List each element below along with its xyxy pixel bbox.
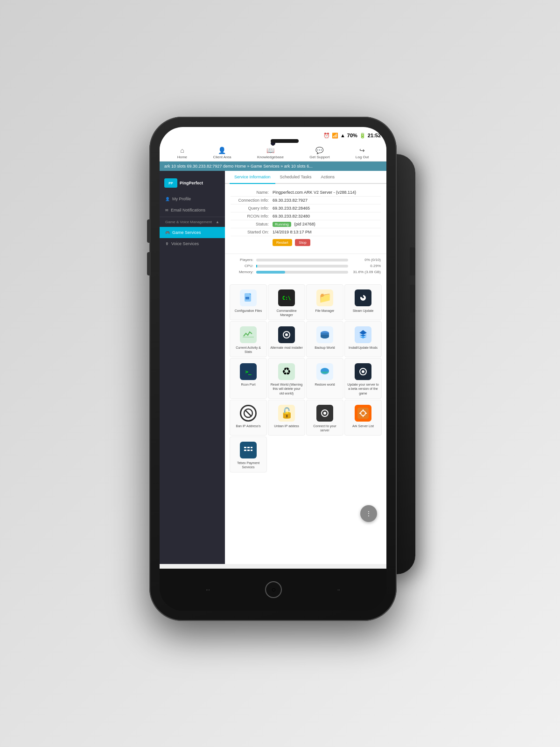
tool-reset-world[interactable]: ♻ Reset World (Warning this will delete … — [268, 358, 305, 398]
tool-rcon-port[interactable]: >_ Rcon Port — [230, 358, 267, 398]
svg-rect-28 — [251, 447, 252, 448]
nav-item-home[interactable]: ⌂ Home — [177, 147, 187, 159]
svg-rect-26 — [244, 447, 246, 448]
svg-rect-29 — [244, 450, 246, 451]
left-button-vol-down[interactable] — [147, 252, 151, 275]
svg-rect-19 — [357, 408, 369, 419]
svg-rect-27 — [247, 447, 250, 448]
tool-steam-update[interactable]: Steam Update — [344, 284, 382, 320]
bottom-dots-right: ·· — [337, 587, 340, 592]
tool-tebex[interactable]: Tebex Payment Services — [230, 437, 267, 472]
home-icon: ⌂ — [180, 147, 184, 154]
sidebar: PP PingPerfect 👤 My Profile ✉ Email Noti… — [160, 171, 225, 564]
reset-world-label: Reset World (Warning this will delete yo… — [270, 382, 303, 395]
steam-update-icon — [355, 289, 371, 306]
sidebar-item-email-notifications[interactable]: ✉ Email Notifications — [160, 204, 225, 216]
steam-update-label: Steam Update — [353, 309, 374, 313]
info-label-connection: Connection Info: — [231, 198, 273, 203]
pid-text: (pid 24768) — [294, 222, 315, 226]
nav-item-knowledgebase[interactable]: 📖 Knowledgebase — [257, 147, 284, 159]
stop-button[interactable]: Stop — [295, 239, 310, 246]
home-button[interactable]: ○ — [265, 581, 282, 598]
file-manager-label: File Manager — [315, 309, 335, 313]
rcon-port-icon: >_ — [240, 363, 257, 380]
get-support-icon: 💬 — [315, 147, 323, 154]
sidebar-item-my-profile[interactable]: 👤 My Profile — [160, 193, 225, 204]
sidebar-game-services-label: Game Services — [172, 230, 201, 235]
svg-rect-31 — [251, 450, 252, 451]
tool-alternate-mod[interactable]: Alternate mod installer — [268, 321, 305, 357]
side-button-2[interactable] — [410, 285, 415, 313]
nav-item-client-area[interactable]: 👤 Client Area — [213, 147, 231, 159]
stat-value-cpu: 0.29% — [348, 264, 381, 268]
tool-ban-ip[interactable]: Ban IP Address's — [230, 400, 267, 436]
update-beta-label: Update your server to a beta version of … — [347, 382, 379, 395]
svg-line-15 — [245, 410, 252, 416]
info-row-started: Started On: 1/4/2019 8:13:17 PM — [231, 228, 381, 236]
svg-point-3 — [358, 293, 368, 303]
current-activity-label: Current Activity & Stats — [232, 345, 265, 354]
fab-button[interactable]: ⋮ — [360, 505, 377, 522]
sidebar-section-game-voice: Game & Voice Management ▲ — [160, 217, 225, 227]
info-row-status: Status: Running (pid 24768) — [231, 220, 381, 228]
info-row-connection: Connection Info: 69.30.233.82:7927 — [231, 197, 381, 204]
home-circle-icon: ○ — [272, 585, 276, 594]
restore-world-label: Restore world — [315, 382, 335, 387]
tebex-label: Tebex Payment Services — [232, 461, 265, 469]
bottom-bar: ··· ○ ·· — [160, 569, 386, 611]
info-row-query: Query Info: 69.30.233.82:28465 — [231, 204, 381, 212]
info-value-connection: 69.30.233.82:7927 — [273, 198, 381, 203]
current-activity-icon — [240, 326, 257, 343]
breadcrumb: ark 10 slots 69.30.233.82:7927 demo Home… — [160, 162, 386, 171]
knowledgebase-icon: 📖 — [266, 147, 274, 154]
nav-client-label: Client Area — [213, 155, 231, 159]
backup-world-icon — [316, 326, 333, 343]
info-row-rcon: RCON Info: 69.30.233.82:32480 — [231, 212, 381, 220]
sidebar-item-voice-services[interactable]: 🎙 Voice Services — [160, 238, 225, 249]
svg-rect-2 — [245, 298, 249, 299]
nav-kb-label: Knowledgebase — [257, 155, 284, 159]
tool-grid: Configuration Files C:\ Commandline Mana… — [225, 280, 386, 477]
restart-button[interactable]: Restart — [273, 239, 292, 246]
side-button-3[interactable] — [410, 331, 415, 374]
unban-ip-icon: 🔓 — [278, 405, 295, 422]
tool-ark-server-list[interactable]: Ark Server List — [344, 400, 382, 436]
action-buttons: Restart Stop — [231, 236, 381, 249]
nav-logout-label: Log Out — [356, 155, 369, 159]
sidebar-item-game-services[interactable]: 🎮 Game Services — [160, 227, 225, 238]
tebex-icon — [240, 442, 257, 458]
tool-backup-world[interactable]: Backup World — [306, 321, 343, 357]
tool-update-beta[interactable]: Update your server to a beta version of … — [344, 358, 382, 398]
stat-fill-memory — [256, 271, 285, 274]
stat-label-memory: Memory: — [231, 270, 256, 274]
sidebar-logo: PP PingPerfect — [160, 175, 225, 193]
nav-item-get-support[interactable]: 💬 Get Support — [309, 147, 329, 159]
info-label-started: Started On: — [231, 230, 273, 234]
svg-point-7 — [285, 333, 288, 336]
left-button-vol-up[interactable] — [147, 219, 151, 243]
tab-actions[interactable]: Actions — [316, 171, 339, 184]
tool-config-files[interactable]: Configuration Files — [230, 284, 267, 320]
stat-value-memory: 31.6% (3.09 GB) — [348, 270, 381, 274]
tool-commandline-manager[interactable]: C:\ Commandline Manager — [268, 284, 305, 320]
backup-world-label: Backup World — [315, 345, 335, 350]
screen-content: ⌂ Home 👤 Client Area 📖 Knowledgebase — [160, 144, 386, 569]
unban-ip-label: Unban IP addess — [274, 424, 299, 428]
side-button-1[interactable] — [410, 247, 415, 275]
tool-unban-ip[interactable]: 🔓 Unban IP addess — [268, 400, 305, 436]
info-value-rcon: 69.30.233.82:32480 — [273, 214, 381, 218]
logo-text: PingPerfect — [180, 181, 203, 185]
tool-connect-server[interactable]: Connect to your server — [306, 400, 343, 436]
stat-bar-cpu — [256, 265, 348, 268]
tool-install-update-mods[interactable]: Install/Update Mods — [344, 321, 382, 357]
logout-icon: ↪ — [359, 147, 365, 154]
signal-icon: ▲ — [340, 133, 345, 138]
tool-current-activity[interactable]: Current Activity & Stats — [230, 321, 267, 357]
tab-scheduled-tasks[interactable]: Scheduled Tasks — [275, 171, 316, 184]
info-label-name: Name: — [231, 190, 273, 195]
tool-file-manager[interactable]: 📁 File Manager — [306, 284, 343, 320]
tool-restore-world[interactable]: Restore world — [306, 358, 343, 398]
nav-item-logout[interactable]: ↪ Log Out — [356, 147, 369, 159]
tab-service-information[interactable]: Service Information — [230, 171, 275, 184]
voice-services-icon: 🎙 — [165, 242, 169, 246]
